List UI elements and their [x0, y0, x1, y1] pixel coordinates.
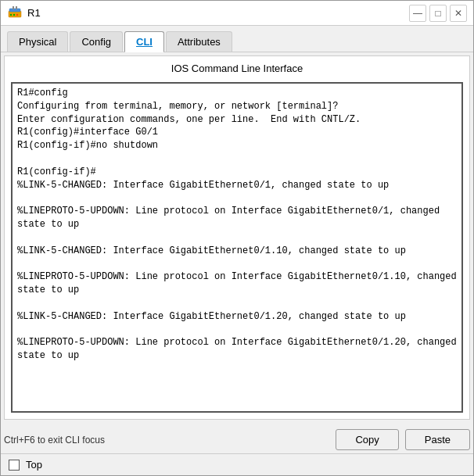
cli-output: R1#config Configuring from terminal, mem… [17, 87, 457, 363]
tab-bar: Physical Config CLI Attributes [1, 26, 473, 52]
cli-terminal[interactable]: R1#config Configuring from terminal, mem… [11, 82, 463, 413]
ctrl-hint: Ctrl+F6 to exit CLI focus [4, 435, 105, 446]
svg-rect-5 [13, 6, 14, 9]
window-title: R1 [27, 7, 41, 19]
tab-attributes[interactable]: Attributes [166, 31, 232, 52]
action-buttons: Copy Paste [336, 429, 470, 450]
maximize-button[interactable]: □ [429, 5, 447, 22]
title-bar-controls: — □ ✕ [409, 5, 467, 22]
svg-point-2 [10, 13, 12, 15]
copy-button[interactable]: Copy [336, 429, 398, 450]
tab-cli[interactable]: CLI [124, 31, 164, 52]
top-label: Top [26, 459, 42, 471]
router-icon [7, 5, 23, 21]
tab-config[interactable]: Config [70, 31, 123, 52]
footer-bar: Top [1, 453, 473, 475]
action-bar: Ctrl+F6 to exit CLI focus Copy Paste [1, 423, 473, 453]
section-title: IOS Command Line Interface [11, 63, 463, 77]
title-bar: R1 — □ ✕ [1, 1, 473, 26]
minimize-button[interactable]: — [409, 5, 426, 22]
svg-point-3 [13, 13, 15, 15]
tab-physical[interactable]: Physical [7, 31, 68, 52]
title-bar-left: R1 [7, 5, 41, 21]
svg-rect-1 [9, 9, 20, 12]
paste-button[interactable]: Paste [405, 429, 470, 450]
top-checkbox[interactable] [9, 460, 20, 471]
main-window: R1 — □ ✕ Physical Config CLI Attributes … [0, 0, 474, 476]
svg-rect-6 [16, 6, 17, 9]
content-area: IOS Command Line Interface R1#config Con… [4, 55, 470, 420]
svg-point-4 [16, 13, 18, 15]
close-button[interactable]: ✕ [450, 5, 467, 22]
